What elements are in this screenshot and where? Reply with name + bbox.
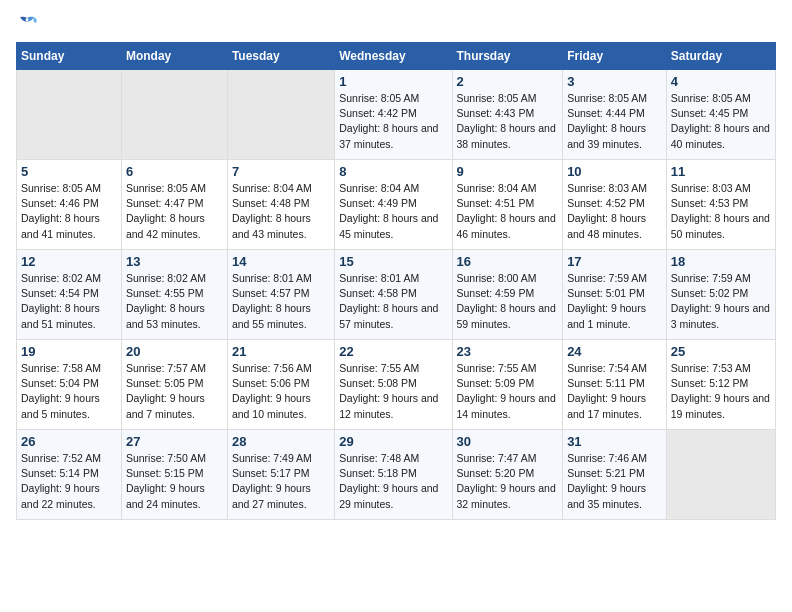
- col-header-friday: Friday: [563, 43, 667, 70]
- day-number: 16: [457, 254, 559, 269]
- day-info: Sunrise: 8:05 AM Sunset: 4:47 PM Dayligh…: [126, 181, 223, 242]
- col-header-wednesday: Wednesday: [335, 43, 452, 70]
- calendar-cell: [666, 430, 775, 520]
- day-info: Sunrise: 8:03 AM Sunset: 4:52 PM Dayligh…: [567, 181, 662, 242]
- day-info: Sunrise: 8:04 AM Sunset: 4:49 PM Dayligh…: [339, 181, 447, 242]
- calendar-cell: 17Sunrise: 7:59 AM Sunset: 5:01 PM Dayli…: [563, 250, 667, 340]
- calendar-cell: 16Sunrise: 8:00 AM Sunset: 4:59 PM Dayli…: [452, 250, 563, 340]
- day-number: 22: [339, 344, 447, 359]
- day-info: Sunrise: 8:00 AM Sunset: 4:59 PM Dayligh…: [457, 271, 559, 332]
- calendar-cell: 1Sunrise: 8:05 AM Sunset: 4:42 PM Daylig…: [335, 70, 452, 160]
- calendar-header-row: SundayMondayTuesdayWednesdayThursdayFrid…: [17, 43, 776, 70]
- day-info: Sunrise: 7:52 AM Sunset: 5:14 PM Dayligh…: [21, 451, 117, 512]
- calendar-cell: 22Sunrise: 7:55 AM Sunset: 5:08 PM Dayli…: [335, 340, 452, 430]
- calendar-cell: 5Sunrise: 8:05 AM Sunset: 4:46 PM Daylig…: [17, 160, 122, 250]
- calendar-cell: [227, 70, 334, 160]
- calendar-cell: 3Sunrise: 8:05 AM Sunset: 4:44 PM Daylig…: [563, 70, 667, 160]
- day-number: 8: [339, 164, 447, 179]
- day-number: 10: [567, 164, 662, 179]
- day-number: 27: [126, 434, 223, 449]
- calendar-week-row: 5Sunrise: 8:05 AM Sunset: 4:46 PM Daylig…: [17, 160, 776, 250]
- calendar-cell: 11Sunrise: 8:03 AM Sunset: 4:53 PM Dayli…: [666, 160, 775, 250]
- day-info: Sunrise: 7:53 AM Sunset: 5:12 PM Dayligh…: [671, 361, 771, 422]
- calendar-cell: 18Sunrise: 7:59 AM Sunset: 5:02 PM Dayli…: [666, 250, 775, 340]
- day-info: Sunrise: 8:05 AM Sunset: 4:45 PM Dayligh…: [671, 91, 771, 152]
- day-info: Sunrise: 7:59 AM Sunset: 5:02 PM Dayligh…: [671, 271, 771, 332]
- day-number: 17: [567, 254, 662, 269]
- calendar-cell: 8Sunrise: 8:04 AM Sunset: 4:49 PM Daylig…: [335, 160, 452, 250]
- day-number: 15: [339, 254, 447, 269]
- day-info: Sunrise: 8:01 AM Sunset: 4:58 PM Dayligh…: [339, 271, 447, 332]
- day-number: 1: [339, 74, 447, 89]
- day-number: 31: [567, 434, 662, 449]
- day-number: 14: [232, 254, 330, 269]
- day-number: 21: [232, 344, 330, 359]
- calendar-cell: 26Sunrise: 7:52 AM Sunset: 5:14 PM Dayli…: [17, 430, 122, 520]
- page-header: [16, 16, 776, 34]
- day-number: 4: [671, 74, 771, 89]
- day-number: 12: [21, 254, 117, 269]
- calendar-cell: 4Sunrise: 8:05 AM Sunset: 4:45 PM Daylig…: [666, 70, 775, 160]
- calendar-cell: 29Sunrise: 7:48 AM Sunset: 5:18 PM Dayli…: [335, 430, 452, 520]
- day-info: Sunrise: 8:05 AM Sunset: 4:42 PM Dayligh…: [339, 91, 447, 152]
- calendar-week-row: 19Sunrise: 7:58 AM Sunset: 5:04 PM Dayli…: [17, 340, 776, 430]
- logo: [16, 16, 42, 34]
- day-number: 23: [457, 344, 559, 359]
- calendar-week-row: 1Sunrise: 8:05 AM Sunset: 4:42 PM Daylig…: [17, 70, 776, 160]
- col-header-tuesday: Tuesday: [227, 43, 334, 70]
- day-number: 3: [567, 74, 662, 89]
- day-info: Sunrise: 7:50 AM Sunset: 5:15 PM Dayligh…: [126, 451, 223, 512]
- calendar-cell: 30Sunrise: 7:47 AM Sunset: 5:20 PM Dayli…: [452, 430, 563, 520]
- day-info: Sunrise: 8:01 AM Sunset: 4:57 PM Dayligh…: [232, 271, 330, 332]
- day-number: 11: [671, 164, 771, 179]
- day-number: 25: [671, 344, 771, 359]
- col-header-saturday: Saturday: [666, 43, 775, 70]
- day-info: Sunrise: 8:05 AM Sunset: 4:43 PM Dayligh…: [457, 91, 559, 152]
- day-info: Sunrise: 7:49 AM Sunset: 5:17 PM Dayligh…: [232, 451, 330, 512]
- calendar-cell: [17, 70, 122, 160]
- day-number: 2: [457, 74, 559, 89]
- calendar-table: SundayMondayTuesdayWednesdayThursdayFrid…: [16, 42, 776, 520]
- calendar-cell: 25Sunrise: 7:53 AM Sunset: 5:12 PM Dayli…: [666, 340, 775, 430]
- day-number: 24: [567, 344, 662, 359]
- calendar-cell: 10Sunrise: 8:03 AM Sunset: 4:52 PM Dayli…: [563, 160, 667, 250]
- day-info: Sunrise: 7:54 AM Sunset: 5:11 PM Dayligh…: [567, 361, 662, 422]
- calendar-cell: 20Sunrise: 7:57 AM Sunset: 5:05 PM Dayli…: [121, 340, 227, 430]
- day-info: Sunrise: 7:58 AM Sunset: 5:04 PM Dayligh…: [21, 361, 117, 422]
- day-number: 29: [339, 434, 447, 449]
- calendar-week-row: 12Sunrise: 8:02 AM Sunset: 4:54 PM Dayli…: [17, 250, 776, 340]
- day-info: Sunrise: 7:47 AM Sunset: 5:20 PM Dayligh…: [457, 451, 559, 512]
- day-info: Sunrise: 7:56 AM Sunset: 5:06 PM Dayligh…: [232, 361, 330, 422]
- day-number: 7: [232, 164, 330, 179]
- day-info: Sunrise: 7:48 AM Sunset: 5:18 PM Dayligh…: [339, 451, 447, 512]
- day-info: Sunrise: 7:46 AM Sunset: 5:21 PM Dayligh…: [567, 451, 662, 512]
- day-info: Sunrise: 7:57 AM Sunset: 5:05 PM Dayligh…: [126, 361, 223, 422]
- day-number: 9: [457, 164, 559, 179]
- day-number: 20: [126, 344, 223, 359]
- calendar-cell: 6Sunrise: 8:05 AM Sunset: 4:47 PM Daylig…: [121, 160, 227, 250]
- day-number: 6: [126, 164, 223, 179]
- logo-icon: [16, 16, 38, 34]
- calendar-cell: 19Sunrise: 7:58 AM Sunset: 5:04 PM Dayli…: [17, 340, 122, 430]
- calendar-cell: 7Sunrise: 8:04 AM Sunset: 4:48 PM Daylig…: [227, 160, 334, 250]
- day-number: 5: [21, 164, 117, 179]
- calendar-cell: 15Sunrise: 8:01 AM Sunset: 4:58 PM Dayli…: [335, 250, 452, 340]
- day-number: 13: [126, 254, 223, 269]
- col-header-monday: Monday: [121, 43, 227, 70]
- calendar-cell: 23Sunrise: 7:55 AM Sunset: 5:09 PM Dayli…: [452, 340, 563, 430]
- calendar-cell: 21Sunrise: 7:56 AM Sunset: 5:06 PM Dayli…: [227, 340, 334, 430]
- day-number: 28: [232, 434, 330, 449]
- calendar-cell: 27Sunrise: 7:50 AM Sunset: 5:15 PM Dayli…: [121, 430, 227, 520]
- day-info: Sunrise: 8:05 AM Sunset: 4:46 PM Dayligh…: [21, 181, 117, 242]
- day-number: 30: [457, 434, 559, 449]
- day-info: Sunrise: 7:55 AM Sunset: 5:09 PM Dayligh…: [457, 361, 559, 422]
- day-info: Sunrise: 8:02 AM Sunset: 4:54 PM Dayligh…: [21, 271, 117, 332]
- calendar-cell: 28Sunrise: 7:49 AM Sunset: 5:17 PM Dayli…: [227, 430, 334, 520]
- day-info: Sunrise: 8:04 AM Sunset: 4:51 PM Dayligh…: [457, 181, 559, 242]
- day-number: 18: [671, 254, 771, 269]
- calendar-cell: [121, 70, 227, 160]
- day-info: Sunrise: 7:55 AM Sunset: 5:08 PM Dayligh…: [339, 361, 447, 422]
- day-info: Sunrise: 7:59 AM Sunset: 5:01 PM Dayligh…: [567, 271, 662, 332]
- calendar-cell: 14Sunrise: 8:01 AM Sunset: 4:57 PM Dayli…: [227, 250, 334, 340]
- calendar-cell: 9Sunrise: 8:04 AM Sunset: 4:51 PM Daylig…: [452, 160, 563, 250]
